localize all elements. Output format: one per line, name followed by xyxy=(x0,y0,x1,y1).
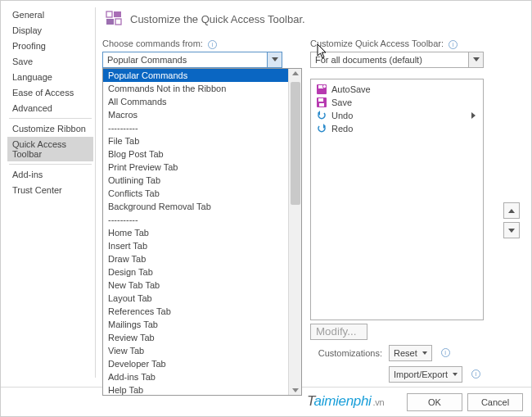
dropdown-option[interactable]: Add-ins Tab xyxy=(103,370,288,383)
options-dialog: General Display Proofing Save Language E… xyxy=(1,1,531,378)
modify-button: Modify... xyxy=(310,324,367,340)
qat-item-label: Undo xyxy=(331,111,353,120)
customizations-label: Customizations: xyxy=(310,348,382,358)
dropdown-option[interactable]: Draw Tab xyxy=(103,252,288,265)
qat-item-label: AutoSave xyxy=(331,84,371,94)
dropdown-option[interactable]: Review Tab xyxy=(103,331,288,344)
redo-icon xyxy=(316,123,327,134)
dropdown-option[interactable]: Print Preview Tab xyxy=(103,161,288,174)
sidebar-divider xyxy=(9,118,92,119)
svg-point-6 xyxy=(322,84,326,88)
info-icon[interactable]: i xyxy=(441,348,450,357)
qat-scope-combo[interactable]: For all documents (default) xyxy=(310,52,484,68)
combo-value: For all documents (default) xyxy=(311,55,468,65)
import-export-button[interactable]: Import/Export xyxy=(389,366,462,383)
scrollbar-thumb[interactable] xyxy=(291,82,300,205)
dropdown-option[interactable]: Conflicts Tab xyxy=(103,187,288,200)
chevron-down-icon xyxy=(453,373,458,376)
dropdown-option[interactable]: ---------- xyxy=(103,213,288,226)
dropdown-option[interactable]: Outlining Tab xyxy=(103,174,288,187)
sidebar-item-advanced[interactable]: Advanced xyxy=(7,101,93,116)
dropdown-scrollbar[interactable] xyxy=(288,69,301,395)
combo-value: Popular Commands xyxy=(103,55,267,65)
dropdown-option[interactable]: Background Removal Tab xyxy=(103,200,288,213)
qat-item-undo[interactable]: Undo xyxy=(313,109,481,122)
dropdown-option[interactable]: Layout Tab xyxy=(103,292,288,305)
reset-button[interactable]: Reset xyxy=(389,345,432,361)
dropdown-option[interactable]: Popular Commands xyxy=(103,69,288,82)
dropdown-option[interactable]: Macros xyxy=(103,108,288,121)
qat-item-label: Redo xyxy=(331,124,353,134)
sidebar-item-add-ins[interactable]: Add-ins xyxy=(7,167,93,182)
move-down-button[interactable] xyxy=(503,222,520,238)
arrow-down-icon xyxy=(508,229,515,233)
panel-title-row: Customize the Quick Access Toolbar. xyxy=(102,7,518,30)
chevron-down-icon xyxy=(272,57,278,61)
svg-rect-8 xyxy=(318,98,323,102)
qat-item-save[interactable]: Save xyxy=(313,96,481,109)
cancel-button[interactable]: Cancel xyxy=(467,393,523,411)
dropdown-option[interactable]: File Tab xyxy=(103,134,288,147)
dropdown-option[interactable]: Commands Not in the Ribbon xyxy=(103,82,288,95)
dropdown-option[interactable]: All Commands xyxy=(103,95,288,108)
autosave-icon xyxy=(316,84,327,95)
import-export-label: Import/Export xyxy=(394,369,448,379)
dropdown-option[interactable]: Insert Tab xyxy=(103,239,288,252)
dropdown-option[interactable]: Mailings Tab xyxy=(103,318,288,331)
choose-commands-label: Choose commands from: xyxy=(102,39,203,48)
choose-commands-combo[interactable]: Popular Commands xyxy=(102,52,282,68)
sidebar-divider xyxy=(9,164,92,165)
choose-commands-panel: Choose commands from: i Popular Commands… xyxy=(102,39,299,383)
save-icon xyxy=(316,97,327,108)
sidebar-item-quick-access-toolbar[interactable]: Quick Access Toolbar xyxy=(7,137,93,161)
qat-item-redo[interactable]: Redo xyxy=(313,122,481,135)
svg-rect-9 xyxy=(319,103,324,107)
sidebar-item-customize-ribbon[interactable]: Customize Ribbon xyxy=(7,121,93,136)
qat-item-autosave[interactable]: AutoSave xyxy=(313,83,481,96)
sidebar-item-ease-of-access[interactable]: Ease of Access xyxy=(7,85,93,100)
dropdown-option[interactable]: Developer Tab xyxy=(103,357,288,370)
svg-rect-1 xyxy=(114,11,121,17)
info-icon[interactable]: i xyxy=(471,369,480,378)
chevron-down-icon xyxy=(422,351,427,355)
qat-item-label: Save xyxy=(331,97,352,107)
panel-title: Customize the Quick Access Toolbar. xyxy=(130,13,305,25)
svg-rect-3 xyxy=(115,19,121,25)
svg-rect-2 xyxy=(106,19,114,25)
dropdown-option[interactable]: Home Tab xyxy=(103,226,288,239)
undo-icon xyxy=(316,110,327,121)
dropdown-option[interactable]: References Tab xyxy=(103,305,288,318)
ok-button[interactable]: OK xyxy=(407,393,462,411)
combo-dropdown-button[interactable] xyxy=(468,52,483,67)
sidebar-item-trust-center[interactable]: Trust Center xyxy=(7,183,93,197)
sidebar-item-save[interactable]: Save xyxy=(7,54,93,69)
dropdown-option[interactable]: ---------- xyxy=(103,121,288,134)
toolbar-customize-icon xyxy=(102,7,125,30)
dropdown-option[interactable]: View Tab xyxy=(103,344,288,357)
dropdown-option[interactable]: New Tab Tab xyxy=(103,279,288,292)
qat-items-list[interactable]: AutoSave Save Undo xyxy=(310,79,484,320)
reset-label: Reset xyxy=(394,348,417,358)
svg-rect-0 xyxy=(106,11,112,17)
customize-qat-panel: Customize Quick Access Toolbar: i For al… xyxy=(310,39,518,383)
dropdown-option[interactable]: Design Tab xyxy=(103,265,288,279)
sidebar-item-display[interactable]: Display xyxy=(7,23,93,38)
sidebar-item-proofing[interactable]: Proofing xyxy=(7,39,93,53)
info-icon[interactable]: i xyxy=(208,40,217,49)
dropdown-option[interactable]: Help Tab xyxy=(103,383,288,395)
sidebar-item-general[interactable]: General xyxy=(7,7,93,22)
commands-dropdown-list[interactable]: Popular CommandsCommands Not in the Ribb… xyxy=(102,68,302,396)
split-button-arrow-icon[interactable] xyxy=(471,112,476,119)
arrow-up-icon xyxy=(508,209,515,213)
category-sidebar: General Display Proofing Save Language E… xyxy=(7,7,96,378)
sidebar-item-language[interactable]: Language xyxy=(7,70,93,84)
chevron-down-icon xyxy=(473,57,480,61)
combo-dropdown-button[interactable] xyxy=(267,52,282,67)
reorder-buttons xyxy=(503,202,520,238)
info-icon[interactable]: i xyxy=(449,40,458,49)
dropdown-option[interactable]: Blog Post Tab xyxy=(103,147,288,161)
customize-qat-label: Customize Quick Access Toolbar: xyxy=(310,39,444,48)
main-panel: Customize the Quick Access Toolbar. Choo… xyxy=(96,7,525,378)
move-up-button[interactable] xyxy=(503,202,520,219)
